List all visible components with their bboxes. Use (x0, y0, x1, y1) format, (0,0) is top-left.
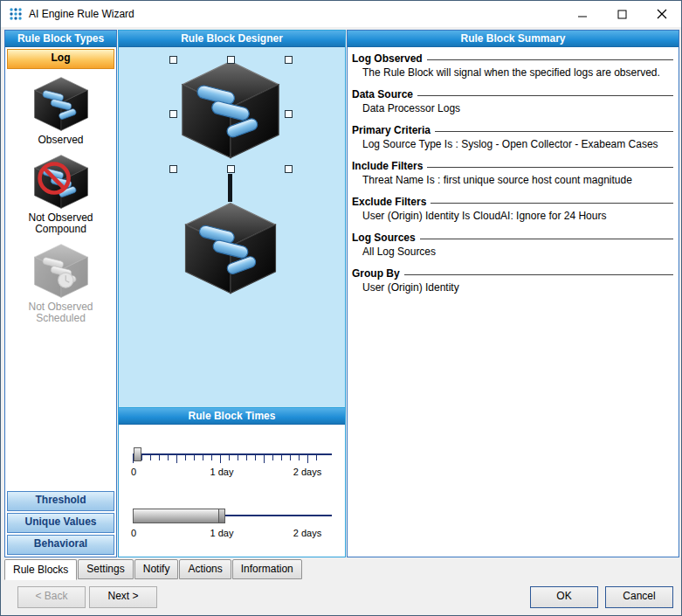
slider-label: 0 (131, 467, 136, 477)
type-item-label: Observed (38, 135, 83, 146)
maximize-icon (617, 10, 627, 19)
app-logo-icon (9, 7, 23, 21)
window-title: AI Engine Rule Wizard (29, 8, 134, 20)
cancel-button[interactable]: Cancel (605, 586, 673, 608)
minimize-icon (578, 10, 588, 19)
rule-block-types-header: Rule Block Types (5, 31, 116, 47)
close-button[interactable] (642, 1, 681, 27)
summary-section-log-observed: Log Observed The Rule Block will signal … (352, 52, 673, 79)
rule-block-times-body: 0 1 day 2 days 0 1 day 2 days (119, 425, 345, 557)
rule-block-summary-header: Rule Block Summary (348, 31, 679, 47)
summary-section-title: Log Observed (352, 52, 427, 65)
summary-section-log-sources: Log Sources All Log Sources (352, 232, 673, 258)
summary-section-text: Threat Name Is : first unique source hos… (352, 172, 673, 186)
ai-engine-rule-wizard-window: AI Engine Rule Wizard Rule Block Types L… (0, 0, 682, 616)
time-slider-2[interactable]: 0 1 day 2 days (133, 505, 332, 542)
section-divider (417, 95, 673, 96)
summary-section-text: All Log Sources (352, 244, 673, 258)
summary-section-title: Group By (352, 267, 404, 280)
tab-rule-blocks[interactable]: Rule Blocks (4, 559, 77, 580)
designer-cube-second[interactable] (182, 201, 279, 295)
slider-label: 1 day (210, 528, 234, 538)
selection-handle[interactable] (169, 165, 177, 173)
category-behavioral-button[interactable]: Behavioral (7, 535, 114, 555)
rule-block-summary-panel: Rule Block Summary Log Observed The Rule… (347, 30, 679, 557)
summary-section-group-by: Group By User (Origin) Identity (352, 267, 673, 294)
slider-label: 2 days (293, 467, 321, 477)
section-divider (420, 239, 673, 239)
summary-section-text: Log Source Type Is : Syslog - Open Colle… (352, 136, 673, 150)
slider-range-end[interactable] (218, 509, 224, 523)
rule-block-types-panel: Rule Block Types Log Observed Not Observ… (4, 30, 117, 557)
summary-section-text: User (Origin) Identity (352, 280, 673, 294)
tab-information[interactable]: Information (232, 559, 302, 579)
selection-handle[interactable] (285, 165, 293, 173)
type-item-observed[interactable]: Observed (13, 76, 109, 146)
wizard-tab-bar: Rule Blocks Settings Notify Actions Info… (4, 559, 678, 579)
summary-section-text: The Rule Block will signal when the spec… (352, 65, 673, 79)
tab-settings[interactable]: Settings (78, 559, 133, 579)
summary-section-exclude-filters: Exclude Filters User (Origin) Identity I… (352, 196, 673, 222)
type-item-not-observed-scheduled: Not Observed Scheduled (13, 243, 109, 324)
time-slider-1[interactable]: 0 1 day 2 days (133, 444, 332, 481)
rule-block-designer-panel: Rule Block Designer Rule Block Times (118, 30, 346, 557)
footer: < Back Next > OK Cancel (1, 585, 681, 614)
summary-body: Log Observed The Rule Block will signal … (348, 47, 679, 557)
slider-label: 1 day (210, 467, 234, 477)
summary-section-title: Primary Criteria (352, 124, 435, 136)
summary-section-primary-criteria: Primary Criteria Log Source Type Is : Sy… (352, 124, 673, 150)
category-log-button[interactable]: Log (7, 49, 114, 69)
type-item-label: Not Observed Compound (13, 212, 109, 235)
slider-label: 2 days (293, 528, 321, 538)
type-item-label: Not Observed Scheduled (13, 301, 109, 324)
maximize-button[interactable] (603, 1, 642, 27)
section-divider (435, 131, 673, 132)
summary-section-title: Log Sources (352, 232, 420, 244)
summary-section-title: Exclude Filters (352, 196, 431, 208)
next-button[interactable]: Next > (89, 586, 157, 608)
summary-section-include-filters: Include Filters Threat Name Is : first u… (352, 160, 673, 186)
section-divider (404, 274, 673, 275)
slider-label: 0 (131, 528, 136, 538)
selection-handle[interactable] (227, 165, 235, 173)
category-threshold-button[interactable]: Threshold (7, 491, 114, 511)
slider-range-bar[interactable] (133, 509, 225, 523)
selection-handle[interactable] (285, 56, 293, 64)
summary-section-title: Include Filters (352, 160, 427, 172)
title-bar: AI Engine Rule Wizard (1, 1, 681, 27)
slider-ticks (133, 455, 318, 463)
close-icon (657, 9, 667, 19)
section-divider (427, 167, 673, 168)
tab-actions[interactable]: Actions (179, 559, 231, 579)
minimize-button[interactable] (563, 1, 603, 27)
selection-handle[interactable] (169, 56, 177, 64)
designer-cube-selected[interactable] (178, 59, 283, 160)
summary-section-data-source: Data Source Data Processor Logs (352, 88, 673, 114)
designer-canvas[interactable] (119, 47, 345, 408)
tab-notify[interactable]: Notify (134, 559, 179, 579)
summary-section-title: Data Source (352, 88, 417, 100)
ok-button[interactable]: OK (530, 586, 598, 608)
selection-handle[interactable] (285, 110, 293, 118)
summary-section-text: User (Origin) Identity Is CloudAI: Ignor… (352, 208, 673, 222)
block-connector (228, 174, 232, 202)
not-observed-scheduled-icon (32, 243, 90, 299)
slider-thumb[interactable] (134, 447, 141, 461)
observed-cube-icon (32, 76, 90, 132)
summary-section-text: Data Processor Logs (352, 100, 673, 114)
not-observed-compound-icon (32, 154, 90, 210)
section-divider (431, 203, 673, 204)
category-unique-values-button[interactable]: Unique Values (7, 513, 114, 533)
type-item-not-observed-compound[interactable]: Not Observed Compound (13, 154, 109, 235)
selection-handle[interactable] (169, 110, 177, 118)
rule-block-times-header: Rule Block Times (119, 408, 345, 425)
back-button[interactable]: < Back (17, 586, 86, 608)
rule-block-designer-header: Rule Block Designer (119, 31, 345, 47)
section-divider (427, 59, 673, 60)
selection-handle[interactable] (227, 56, 235, 64)
